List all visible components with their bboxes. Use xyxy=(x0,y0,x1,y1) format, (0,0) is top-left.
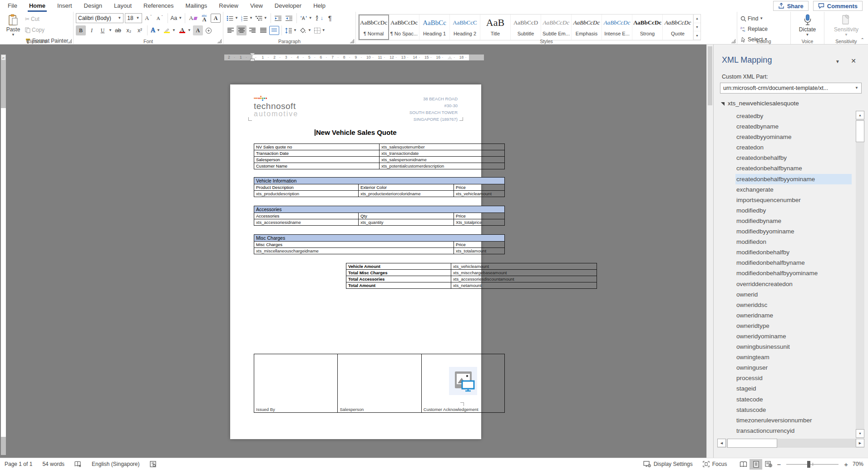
sort-button[interactable]: AZ ↓ xyxy=(314,13,324,23)
vehicle-information-table[interactable]: Vehicle Information Product Description … xyxy=(254,177,505,197)
style-quote[interactable]: AaBbCcDcQuote xyxy=(663,15,693,40)
xml-node-modifiedbyname[interactable]: modifiedbyname xyxy=(735,216,852,226)
decrease-indent-button[interactable] xyxy=(273,13,283,23)
scroll-left-icon[interactable]: ◀ xyxy=(717,439,726,447)
xml-node-owneridname[interactable]: owneridname xyxy=(735,310,852,321)
style-strong[interactable]: AaBbCcDcStrong xyxy=(632,15,663,40)
xml-node-overriddencreatedon[interactable]: overriddencreatedon xyxy=(735,279,852,289)
xml-node-createdby[interactable]: createdby xyxy=(735,111,852,121)
styles-scroll-up-icon[interactable]: ▲ xyxy=(694,15,700,23)
xml-node-modifiedbyyominame[interactable]: modifiedbyyominame xyxy=(735,226,852,237)
paragraph-dialog-launcher[interactable] xyxy=(350,39,354,43)
character-border-button[interactable]: A xyxy=(211,14,221,23)
tab-view[interactable]: View xyxy=(244,0,269,12)
justify-button[interactable] xyxy=(258,25,268,35)
signature-table[interactable]: Issued By Salesperson Customer Ackno xyxy=(254,354,505,413)
xml-horizontal-scrollbar[interactable]: ◀ ▶ xyxy=(717,439,864,448)
display-settings-button[interactable]: Display Settings xyxy=(643,461,693,467)
style-heading1[interactable]: AaBbCcHeading 1 xyxy=(419,15,450,40)
tab-mailings[interactable]: Mailings xyxy=(180,0,213,12)
word-count[interactable]: 54 words xyxy=(42,461,64,467)
tab-insert[interactable]: Insert xyxy=(51,0,78,12)
tab-stop-selector[interactable]: ⌐ xyxy=(1,54,6,60)
tab-layout[interactable]: Layout xyxy=(108,0,138,12)
cut-button[interactable]: ✂ Cut xyxy=(24,14,69,24)
xml-node-owningteam[interactable]: owningteam xyxy=(735,352,852,362)
share-button[interactable]: Share xyxy=(773,1,809,11)
clipboard-dialog-launcher[interactable] xyxy=(68,39,72,43)
styles-dialog-launcher[interactable] xyxy=(731,39,735,43)
xml-node-modifiedonbehalfbyyominame[interactable]: modifiedonbehalfbyyominame xyxy=(735,268,852,278)
totals-table[interactable]: Vehicle Amountxts_vehicleamount Total Mi… xyxy=(346,263,597,289)
xml-node-processid[interactable]: processid xyxy=(735,373,852,383)
pane-menu-chevron-icon[interactable]: ▼ xyxy=(835,59,840,64)
copy-button[interactable]: Copy xyxy=(24,25,69,35)
chevron-down-icon[interactable]: ▼ xyxy=(108,29,112,32)
first-line-indent-marker[interactable] xyxy=(250,53,255,56)
document-title[interactable]: New Vehicle Sales Quote xyxy=(230,129,481,136)
tab-design[interactable]: Design xyxy=(78,0,108,12)
read-mode-button[interactable] xyxy=(737,459,750,470)
xml-node-owninguser[interactable]: owninguser xyxy=(735,362,852,373)
shading-button[interactable]: ▼ xyxy=(299,25,312,35)
zoom-slider[interactable] xyxy=(786,464,838,465)
font-size-combobox[interactable]: 18 ▼ xyxy=(125,13,142,23)
style-heading2[interactable]: AaBbCcCHeading 2 xyxy=(450,15,480,40)
proofing-errors-button[interactable] xyxy=(74,461,82,467)
xml-node-owneridyominame[interactable]: owneridyominame xyxy=(735,331,852,341)
xml-node-statecode[interactable]: statecode xyxy=(735,394,852,405)
asian-layout-button[interactable]: A ▼ xyxy=(299,13,313,23)
style-intensee[interactable]: AaBbCcDcIntense E... xyxy=(602,15,632,40)
dictate-button[interactable]: Dictate ▼ xyxy=(797,13,819,37)
grow-font-button[interactable]: Aˆ xyxy=(143,13,153,23)
xml-node-owneriddsc[interactable]: owneriddsc xyxy=(735,300,852,310)
collapse-ribbon-icon[interactable]: ⌃ xyxy=(861,37,864,42)
xml-node-modifiedonbehalfbyname[interactable]: modifiedonbehalfbyname xyxy=(735,257,852,268)
clear-formatting-button[interactable]: A xyxy=(188,13,198,23)
font-name-combobox[interactable]: Calibri (Body) ▼ xyxy=(76,13,123,23)
borders-button[interactable]: ▼ xyxy=(313,25,326,35)
xml-node-modifiedby[interactable]: modifiedby xyxy=(735,205,852,216)
document-page[interactable]: technosoft automotive 38 BEACH ROAD #30-… xyxy=(230,84,481,439)
xml-node-createdbyname[interactable]: createdbyname xyxy=(735,121,852,132)
replace-button[interactable]: bc Replace xyxy=(740,24,788,34)
font-color-button[interactable]: A ▼ xyxy=(178,25,192,35)
quote-info-table[interactable]: NV Sales quote noxts_salesquotenumber Tr… xyxy=(254,143,505,169)
zoom-slider-thumb[interactable] xyxy=(807,461,810,468)
italic-button[interactable]: I xyxy=(87,25,97,35)
page-indicator[interactable]: Page 1 of 1 xyxy=(5,461,32,467)
style-normal[interactable]: AaBbCcDc¶ Normal xyxy=(359,15,389,40)
align-left-button[interactable] xyxy=(226,25,236,35)
style-emphasis[interactable]: AaBbCcDcEmphasis xyxy=(572,15,602,40)
xml-node-transactioncurrencyidname[interactable]: transactioncurrencyidname xyxy=(735,436,852,438)
image-placeholder-icon[interactable] xyxy=(449,367,477,395)
xml-node-stageid[interactable]: stageid xyxy=(735,383,852,394)
multilevel-list-button[interactable]: ▼ xyxy=(255,13,268,23)
style-title[interactable]: AaBTitle xyxy=(480,15,511,40)
scrollbar-thumb[interactable] xyxy=(708,46,712,105)
xml-node-timezoneruleversionnumber[interactable]: timezoneruleversionnumber xyxy=(735,415,852,425)
xml-vertical-scrollbar[interactable]: ▲ ▼ xyxy=(856,111,864,438)
xml-node-importsequencenumber[interactable]: importsequencenumber xyxy=(735,195,852,205)
show-formatting-marks-button[interactable]: ¶ xyxy=(325,13,335,23)
xml-node-createdon[interactable]: createdon xyxy=(735,142,852,153)
language-indicator[interactable]: English (Singapore) xyxy=(92,461,139,467)
comments-button[interactable]: Comments xyxy=(813,1,863,11)
xml-node-owneridtype[interactable]: owneridtype xyxy=(735,321,852,331)
paste-button[interactable]: Paste ▼ xyxy=(2,13,24,37)
xml-node-modifiedon[interactable]: modifiedon xyxy=(735,237,852,247)
tree-expand-icon[interactable] xyxy=(721,102,725,106)
sensitivity-button[interactable]: Sensitivity ▼ xyxy=(835,13,857,37)
shrink-font-button[interactable]: Aˇ xyxy=(155,13,165,23)
scroll-down-icon[interactable]: ▼ xyxy=(856,429,864,438)
zoom-in-button[interactable]: + xyxy=(842,460,850,468)
strikethrough-button[interactable]: ab xyxy=(113,25,123,35)
increase-indent-button[interactable] xyxy=(284,13,294,23)
web-layout-button[interactable] xyxy=(762,459,775,470)
text-effects-button[interactable]: A▼ xyxy=(150,25,161,35)
tab-references[interactable]: References xyxy=(138,0,179,12)
vertical-ruler[interactable]: ⌐ xyxy=(0,45,6,458)
find-button[interactable]: Find ▼ xyxy=(740,14,788,24)
styles-scroll-down-icon[interactable]: ▼ xyxy=(694,23,700,32)
xml-node-exchangerate[interactable]: exchangerate xyxy=(735,184,852,195)
